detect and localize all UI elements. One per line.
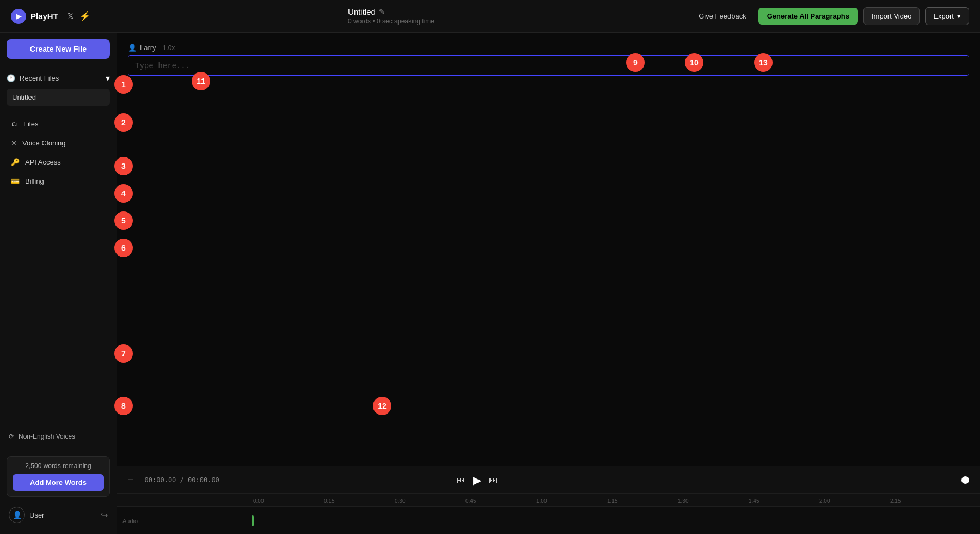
non-english-voices-item[interactable]: ⟳ Non-English Voices (0, 428, 117, 445)
ruler-mark: 1:00 (536, 498, 607, 504)
recent-files-title: 🕐 Recent Files (7, 74, 59, 82)
sidebar-item-billing[interactable]: 💳 Billing (7, 172, 110, 191)
ruler-mark: 0:45 (465, 498, 536, 504)
user-row: 👤 User ↪ (7, 502, 110, 527)
audio-track-label: Audio (120, 518, 250, 524)
timeline-ruler: 0:000:150:300:451:001:151:301:452:002:15 (117, 494, 980, 507)
paragraph-header: 👤 Larry 1.0x (128, 44, 969, 52)
add-more-words-button[interactable]: Add More Words (13, 474, 104, 491)
social-icons-group: 𝕏 ⚡ (67, 11, 90, 21)
top-header: ▶ PlayHT 𝕏 ⚡ Untitled ✎ 0 words • 0 sec … (0, 0, 980, 33)
volume-knob[interactable] (961, 476, 969, 484)
ruler-mark: 2:15 (890, 498, 961, 504)
doc-info: Untitled ✎ 0 words • 0 sec speaking time (348, 7, 434, 25)
export-label: Export (933, 12, 954, 20)
sidebar-nav: 🗂 Files ✳ Voice Cloning 🔑 API Access 💳 B… (0, 111, 117, 194)
logo-area: ▶ PlayHT 𝕏 ⚡ (11, 9, 90, 24)
user-info: 👤 User (9, 507, 44, 523)
ruler-mark: 0:15 (324, 498, 395, 504)
playback-time-display: 00:00.00 / 00:00.00 (145, 476, 219, 484)
audio-marker (252, 515, 254, 526)
main-layout: Create New File 🕐 Recent Files ▾ Untitle… (0, 33, 980, 534)
sidebar-item-voice-cloning[interactable]: ✳ Voice Cloning (7, 134, 110, 153)
doc-meta: 0 words • 0 sec speaking time (348, 17, 434, 25)
ruler-mark: 1:15 (607, 498, 678, 504)
words-remaining-text: 2,500 words remaining (13, 462, 104, 470)
ruler-mark: 0:30 (395, 498, 465, 504)
translate-icon: ⟳ (9, 433, 14, 440)
logo-text: PlayHT (30, 11, 58, 21)
ruler-marks: 0:000:150:300:451:001:151:301:452:002:15 (253, 498, 961, 504)
voice-name: Larry (140, 44, 156, 52)
ruler-mark: 2:00 (819, 498, 890, 504)
generate-all-button[interactable]: Generate All Paragraphs (758, 8, 858, 25)
skip-back-button[interactable]: ⏮ (457, 475, 465, 485)
doc-title-row: Untitled ✎ (348, 7, 434, 16)
user-name: User (29, 511, 44, 519)
voice-selector[interactable]: 👤 Larry (128, 44, 156, 52)
playback-controls: ⏮ ▶ ⏭ (457, 474, 498, 487)
decrease-speed-button[interactable]: − (128, 474, 134, 486)
recent-file-item[interactable]: Untitled (7, 89, 110, 106)
clock-icon: 🕐 (7, 74, 15, 82)
playback-bar: − 00:00.00 / 00:00.00 ⏮ ▶ ⏭ (117, 466, 980, 493)
skip-forward-button[interactable]: ⏭ (489, 475, 498, 485)
sidebar-top: Create New File (0, 33, 117, 65)
ruler-mark: 1:30 (678, 498, 749, 504)
recent-files-chevron-icon: ▾ (106, 73, 110, 83)
content-area: 👤 Larry 1.0x − 00:00.00 / 00:00.00 ⏮ ▶ ⏭ (117, 33, 980, 534)
logo-icon: ▶ (11, 9, 26, 24)
export-button[interactable]: Export ▾ (925, 7, 969, 25)
create-new-file-button[interactable]: Create New File (7, 39, 110, 59)
doc-title: Untitled (348, 7, 376, 16)
discord-icon[interactable]: ⚡ (79, 11, 90, 21)
timeline-area: 0:000:150:300:451:001:151:301:452:002:15… (117, 493, 980, 534)
header-actions: Give Feedback Generate All Paragraphs Im… (692, 7, 969, 25)
export-chevron-icon: ▾ (957, 12, 961, 20)
paragraph-text-input[interactable] (128, 55, 969, 76)
ruler-mark: 1:45 (749, 498, 819, 504)
recent-files-section: 🕐 Recent Files ▾ Untitled (0, 65, 117, 111)
editor-area: 👤 Larry 1.0x (117, 33, 980, 466)
voice-person-icon: 👤 (128, 44, 137, 52)
audio-track-content (250, 513, 980, 529)
edit-title-icon[interactable]: ✎ (379, 8, 385, 16)
paragraph-block: 👤 Larry 1.0x (128, 44, 969, 78)
avatar: 👤 (9, 507, 25, 523)
feedback-button[interactable]: Give Feedback (692, 9, 752, 23)
billing-icon: 💳 (11, 177, 20, 185)
sidebar-bottom: 2,500 words remaining Add More Words 👤 U… (0, 450, 117, 534)
recent-files-header[interactable]: 🕐 Recent Files ▾ (7, 71, 110, 86)
sidebar-item-files[interactable]: 🗂 Files (7, 114, 110, 134)
words-remaining-box: 2,500 words remaining Add More Words (7, 456, 110, 497)
sidebar-item-api-access[interactable]: 🔑 API Access (7, 153, 110, 172)
sidebar: Create New File 🕐 Recent Files ▾ Untitle… (0, 33, 117, 534)
play-button[interactable]: ▶ (473, 474, 481, 487)
logout-icon[interactable]: ↪ (101, 510, 108, 520)
voice-cloning-icon: ✳ (11, 139, 17, 147)
ruler-mark: 0:00 (253, 498, 324, 504)
timeline-tracks: Audio (117, 507, 980, 534)
folder-icon: 🗂 (11, 120, 18, 128)
import-video-button[interactable]: Import Video (863, 7, 920, 25)
speed-label[interactable]: 1.0x (163, 44, 175, 52)
api-icon: 🔑 (11, 158, 20, 166)
twitter-icon[interactable]: 𝕏 (67, 11, 74, 21)
